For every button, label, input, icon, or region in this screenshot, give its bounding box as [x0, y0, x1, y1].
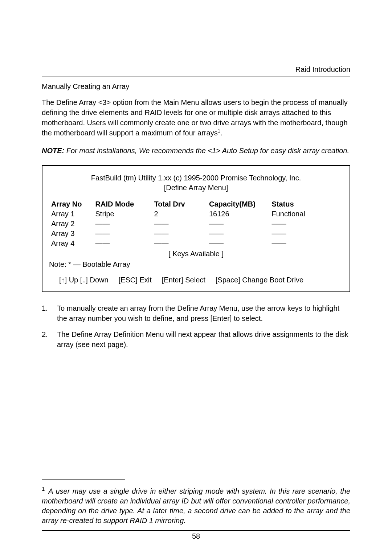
footnote-wrap: 1A user may use a single drive in either…	[42, 479, 350, 540]
footnote-ref: 1	[218, 128, 220, 134]
menu-title-line2: [Define Array Menu]	[49, 183, 343, 193]
keys-available-label: [ Keys Available ]	[49, 249, 343, 259]
cell-status: Functional	[270, 209, 343, 219]
table-row: Array 1 Stripe 2 16126 Functional	[49, 209, 343, 219]
note-paragraph: NOTE: For most installations, We recomme…	[42, 147, 350, 155]
keys-row: [↑] Up [↓] Down [ESC] Exit [Enter] Selec…	[49, 275, 343, 285]
bootable-note: Note: * — Bootable Array	[49, 260, 343, 269]
list-text: The Define Array Definition Menu will ne…	[57, 329, 350, 350]
note-label: NOTE:	[42, 147, 64, 155]
cell-capacity: 16126	[196, 209, 270, 219]
key-enter: [Enter] Select	[162, 275, 205, 285]
list-item: 1. To manually create an array from the …	[42, 303, 350, 323]
footnote-text: A user may use a single drive in either …	[42, 487, 350, 525]
footnote-number: 1	[42, 486, 45, 492]
th-arrayno: Array No	[49, 199, 93, 209]
list-num: 2.	[42, 329, 57, 350]
cell-totaldrv: ——	[152, 229, 196, 238]
key-esc: [ESC] Exit	[119, 275, 152, 285]
cell-raidmode: ——	[93, 229, 152, 238]
para-end: .	[220, 129, 222, 137]
cell-raidmode: ——	[93, 238, 152, 248]
footer-rule	[42, 530, 350, 531]
section-title: Manually Creating an Array	[42, 82, 350, 91]
page-number: 58	[42, 532, 350, 540]
th-totaldrv: Total Drv	[152, 199, 196, 209]
footnote-separator	[42, 479, 125, 479]
para-text: The Define Array <3> option from the Mai…	[42, 98, 348, 137]
cell-capacity: ——	[196, 238, 270, 248]
list-num: 1.	[42, 303, 57, 323]
menu-title-line1: FastBuild (tm) Utility 1.xx (c) 1995-200…	[49, 173, 343, 183]
cell-totaldrv: 2	[152, 209, 196, 219]
cell-raidmode: ——	[93, 219, 152, 229]
page-header: Raid Introduction	[42, 65, 350, 74]
bios-menu-box: FastBuild (tm) Utility 1.xx (c) 1995-200…	[42, 165, 350, 292]
cell-capacity: ——	[196, 219, 270, 229]
steps-list: 1. To manually create an array from the …	[42, 303, 350, 350]
key-updown: [↑] Up [↓] Down	[59, 275, 109, 285]
cell-totaldrv: ——	[152, 238, 196, 248]
cell-capacity: ——	[196, 229, 270, 238]
note-text: For most installations, We recommends th…	[64, 147, 349, 155]
cell-status: ——	[270, 219, 343, 229]
menu-title: FastBuild (tm) Utility 1.xx (c) 1995-200…	[49, 173, 343, 193]
key-space: [Space] Change Boot Drive	[216, 275, 303, 285]
table-header-row: Array No RAID Mode Total Drv Capacity(MB…	[49, 199, 343, 209]
intro-paragraph: The Define Array <3> option from the Mai…	[42, 97, 350, 138]
header-rule	[42, 77, 350, 77]
table-row: Array 2 —— —— —— ——	[49, 219, 343, 229]
list-item: 2. The Define Array Definition Menu will…	[42, 329, 350, 350]
footnote-body: 1A user may use a single drive in either…	[42, 485, 350, 526]
cell-status: ——	[270, 229, 343, 238]
th-status: Status	[270, 199, 343, 209]
cell-totaldrv: ——	[152, 219, 196, 229]
cell-raidmode: Stripe	[93, 209, 152, 219]
cell-arrayno: Array 1	[49, 209, 93, 219]
table-row: Array 4 —— —— —— ——	[49, 238, 343, 248]
list-text: To manually create an array from the Def…	[57, 303, 350, 323]
th-raidmode: RAID Mode	[93, 199, 152, 209]
cell-arrayno: Array 3	[49, 229, 93, 238]
cell-arrayno: Array 4	[49, 238, 93, 248]
cell-status: ——	[270, 238, 343, 248]
document-page: Raid Introduction Manually Creating an A…	[0, 0, 392, 350]
array-table: Array No RAID Mode Total Drv Capacity(MB…	[49, 199, 343, 248]
cell-arrayno: Array 2	[49, 219, 93, 229]
th-capacity: Capacity(MB)	[196, 199, 270, 209]
table-row: Array 3 —— —— —— ——	[49, 229, 343, 238]
